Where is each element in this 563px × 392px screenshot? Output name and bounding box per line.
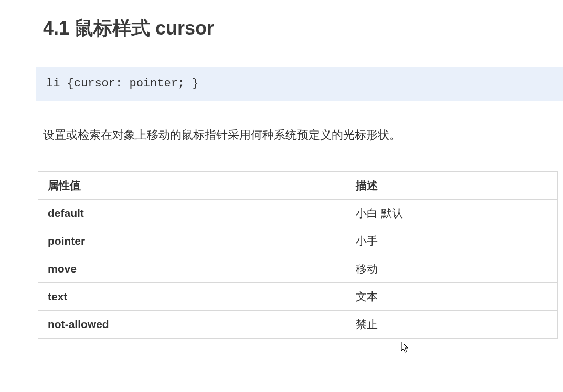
cell-value: pointer [38,227,346,255]
cell-description: 文本 [346,283,558,311]
code-block: li {cursor: pointer; } [36,67,563,101]
cell-description: 小手 [346,227,558,255]
table-header-row: 属性值 描述 [38,172,558,200]
table-row: pointer 小手 [38,227,558,255]
cell-value: text [38,283,346,311]
cell-value: default [38,200,346,227]
cell-description: 移动 [346,255,558,283]
table-row: move 移动 [38,255,558,283]
table-row: not-allowed 禁止 [38,311,558,339]
table-header-description: 描述 [346,172,558,200]
cursor-table: 属性值 描述 default 小白 默认 pointer 小手 move 移动 … [38,171,558,339]
table-row: text 文本 [38,283,558,311]
table-row: default 小白 默认 [38,200,558,227]
cell-description: 小白 默认 [346,200,558,227]
cell-value: not-allowed [38,311,346,339]
cell-description: 禁止 [346,311,558,339]
table-header-value: 属性值 [38,172,346,200]
section-heading: 4.1 鼠标样式 cursor [43,16,563,41]
cursor-arrow-icon [401,342,410,355]
document-content: 4.1 鼠标样式 cursor li {cursor: pointer; } 设… [0,0,563,339]
description-text: 设置或检索在对象上移动的鼠标指针采用何种系统预定义的光标形状。 [43,126,563,144]
cell-value: move [38,255,346,283]
